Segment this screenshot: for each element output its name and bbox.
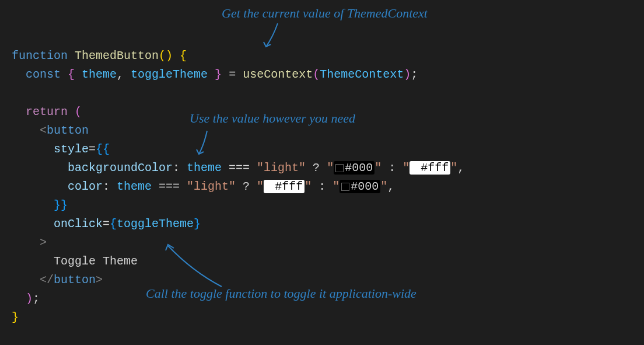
- code-block: function ThemedButton() { const { theme,…: [12, 47, 632, 327]
- code-line-13: </button>: [12, 271, 632, 290]
- code-line-10: onClick={toggleTheme}: [12, 215, 632, 234]
- code-line-3: [12, 84, 632, 103]
- code-line-2: const { theme, toggleTheme } = useContex…: [12, 65, 632, 84]
- code-line-6: style={{: [12, 140, 632, 159]
- code-line-11: >: [12, 234, 632, 252]
- code-line-14: );: [12, 290, 632, 308]
- code-line-4: return (: [12, 103, 632, 121]
- code-line-7: backgroundColor: theme === "light" ? "#0…: [12, 159, 632, 177]
- code-line-5: <button: [12, 121, 632, 140]
- code-line-9: }}: [12, 196, 632, 215]
- code-line-8: color: theme === "light" ? "#fff" : "#00…: [12, 177, 632, 196]
- code-line-12: Toggle Theme: [12, 252, 632, 271]
- code-line-1: function ThemedButton() {: [12, 47, 632, 65]
- annotation-top: Get the current value of ThemedContext: [222, 6, 428, 21]
- code-line-15: }: [12, 308, 632, 327]
